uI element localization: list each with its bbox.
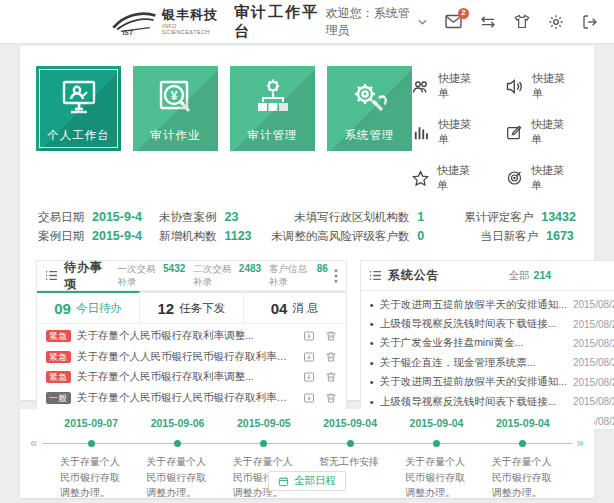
announcement-item[interactable]: 关于改进周五提前放假半天的安排通知... 2015/08/20 (370, 373, 614, 392)
timeline-entry[interactable]: 2015-09-06 关于存量个人民币银行存取调整办理。 (134, 417, 220, 501)
welcome-text: 欢迎您：系统管理员 (326, 5, 413, 39)
messages-icon[interactable]: 2 (445, 14, 462, 29)
announcement-title: 关于广发金业务挂盘mini黄金... (380, 336, 567, 350)
list-icon (369, 270, 382, 281)
tile-label: 个人工作台 (36, 128, 121, 143)
user-menu[interactable]: 欢迎您：系统管理员 (326, 5, 427, 39)
quick-menu-3[interactable]: 快捷菜单 (412, 117, 480, 147)
timeline-text: 关于存量个人民币银行存取调整办理。 (393, 454, 479, 501)
tab-today-todo[interactable]: 09 今日待办 (37, 291, 140, 323)
calendar-icon (278, 476, 289, 487)
urgency-badge: 紧急 (46, 330, 71, 342)
announcement-item[interactable]: 关于银企直连，现金管理系统票... 2015/08/20 (370, 353, 614, 372)
view-all-announcements[interactable]: 全部 214 (509, 269, 552, 283)
tile-personal-workspace[interactable]: 个人工作台 (36, 66, 121, 151)
announcement-title: 关于改进周五提前放假半天的安排通知... (380, 298, 567, 312)
todo-title: 关于存量个人民币银行存取利率调整... (77, 370, 297, 384)
stat-label: 交易日期 (38, 210, 84, 225)
edit-icon (506, 125, 523, 140)
trash-icon[interactable] (325, 330, 337, 342)
more-vertical-icon[interactable] (334, 269, 338, 283)
all-schedule-button[interactable]: 全部日程 (268, 471, 346, 491)
timeline-date: 2015-09-06 (134, 417, 220, 435)
todo-actions (303, 371, 337, 383)
announcement-item[interactable]: 关于广发金业务挂盘mini黄金... 2015/08/20 (370, 334, 614, 353)
stat-label: 未调整的高风险评级客户数 (271, 229, 409, 244)
timeline-dot-icon (88, 440, 95, 447)
announcement-item[interactable]: 上级领导视察反洗钱时间表下载链接... 2015/08/20 (370, 314, 614, 333)
timeline-prev-icon[interactable]: « (30, 435, 37, 450)
quick-menu-2[interactable]: 快捷菜单 (506, 71, 574, 101)
timeline-dot-icon (347, 440, 354, 447)
quick-menu-6[interactable]: 快捷菜单 (506, 163, 574, 193)
timeline-next-icon[interactable]: » (577, 435, 584, 450)
quick-menu-4[interactable]: 快捷菜单 (506, 117, 574, 147)
logo-ship-icon: IST (108, 8, 158, 36)
stat-value: 2015-9-4 (92, 229, 142, 243)
timeline-dot-icon (519, 440, 526, 447)
archive-icon[interactable] (303, 371, 315, 383)
tab-messages[interactable]: 04 消 息 (244, 291, 346, 323)
tab-task-dispatch[interactable]: 12 任务下发 (140, 291, 243, 323)
todo-title: 关于存量个人民币银行人民币银行存取利率调整... (77, 391, 297, 405)
theme-shirt-icon[interactable] (514, 14, 530, 29)
todo-item[interactable]: 紧急 关于存量个人人民币银行民币银行存取利率调整... (37, 347, 346, 368)
switch-icon[interactable] (480, 15, 496, 29)
announcement-item[interactable]: 关于改进周五提前放假半天的安排通知... 2015/08/20 (370, 295, 614, 314)
group-icon (412, 79, 430, 94)
archive-icon[interactable] (303, 330, 315, 342)
bar-chart-icon (412, 125, 430, 140)
all-label: 全部 (509, 269, 530, 283)
trash-icon[interactable] (325, 392, 337, 404)
timeline-entry[interactable]: 2015-09-04 关于存量个人民币银行存取调整办理。 (393, 417, 479, 501)
tile-label: 审计作业 (133, 128, 218, 143)
archive-icon[interactable] (303, 351, 315, 363)
tab-count: 12 (158, 300, 175, 317)
todo-item[interactable]: 紧急 关于存量个人民币银行存取利率调整... (37, 326, 346, 347)
tiles-row: 个人工作台 ¥ 审计作业 (36, 61, 578, 193)
system-manage-icon (348, 76, 392, 120)
announcement-title: 关于改进周五提前放假半天的安排通知... (380, 375, 567, 389)
timeline-date: 2015-09-04 (307, 417, 393, 435)
trash-icon[interactable] (325, 371, 337, 383)
todo-title: 关于存量个人人民币银行民币银行存取利率调整... (77, 350, 297, 364)
timeline-dot-icon (174, 440, 181, 447)
todo-item[interactable]: 一般 关于存量个人民币银行人民币银行存取利率调整... (37, 388, 346, 409)
timeline-entry[interactable]: 2015-09-07 关于存量个人民币银行存取调整办理。 (48, 417, 134, 501)
stat-group-cases: 未协查案例23 新增机构数1123 (159, 210, 255, 244)
svg-text:¥: ¥ (170, 89, 177, 103)
trash-icon[interactable] (325, 351, 337, 363)
timeline-date: 2015-09-04 (480, 417, 566, 435)
settings-gear-icon[interactable] (548, 14, 564, 30)
logout-icon[interactable] (582, 14, 598, 30)
speaker-icon (506, 79, 524, 94)
tile-audit-manage[interactable]: 审计管理 (230, 66, 315, 151)
timeline-entry[interactable]: 2015-09-04 关于存量个人民币银行存取调整办理。 (480, 417, 566, 501)
timeline-date: 2015-09-05 (221, 417, 307, 435)
todo-item[interactable]: 紧急 关于存量个人民币银行存取利率调整... (37, 367, 346, 388)
page-title: 审计工作平台 (234, 3, 326, 41)
tile-system-manage[interactable]: 系统管理 (327, 66, 412, 151)
todo-tabs: 09 今日待办 12 任务下发 04 消 息 (37, 291, 346, 324)
timeline-text: 关于存量个人民币银行存取调整办理。 (480, 454, 566, 501)
announcement-title: 上级领导视察反洗钱时间表下载链接... (380, 395, 567, 409)
quick-menu-5[interactable]: 快捷菜单 (412, 163, 480, 193)
quick-menu-label: 快捷菜单 (438, 71, 480, 101)
announcement-date: 2015/08/20 (573, 377, 614, 388)
stat-group-customers: 累计评定客户13432 当日新客户1673 (464, 210, 576, 244)
tab-count: 09 (54, 300, 71, 317)
audit-job-icon: ¥ (154, 76, 198, 120)
stat-value: 1123 (224, 229, 254, 243)
mini-stat-label: 二次交易补录 (193, 263, 236, 289)
nav-tiles: 个人工作台 ¥ 审计作业 (36, 66, 412, 151)
archive-icon[interactable] (303, 392, 315, 404)
todo-panel-title: 待办事项 (64, 259, 107, 293)
stat-label: 案例日期 (38, 229, 84, 244)
quick-menu-1[interactable]: 快捷菜单 (412, 71, 480, 101)
stat-label: 新增机构数 (159, 229, 217, 244)
quick-menu-label: 快捷菜单 (531, 163, 574, 193)
list-icon (45, 270, 58, 281)
announcement-title: 上级领导视察反洗钱时间表下载链接... (380, 317, 567, 331)
tile-audit-job[interactable]: ¥ 审计作业 (133, 66, 218, 151)
target-icon (506, 170, 523, 186)
